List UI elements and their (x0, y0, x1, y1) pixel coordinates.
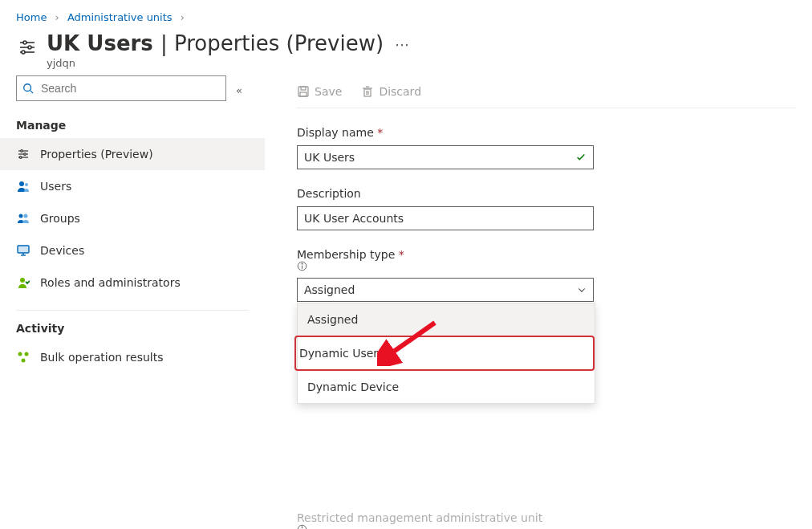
search-input[interactable] (39, 81, 225, 96)
nav-list-manage: Properties (Preview) Users Groups Device… (0, 138, 265, 299)
save-button[interactable]: Save (297, 85, 342, 98)
admin-icon (16, 275, 30, 290)
membership-option-dynamic-user[interactable]: Dynamic User (294, 336, 595, 371)
description-label: Description (297, 187, 796, 200)
trash-icon (361, 85, 374, 98)
monitor-icon (16, 243, 30, 258)
membership-type-label: Membership type * (297, 248, 796, 271)
nav-roles[interactable]: Roles and administrators (0, 267, 265, 299)
svg-point-21 (20, 278, 25, 283)
sliders-icon (16, 147, 30, 161)
nav-bulk-results[interactable]: Bulk operation results (0, 341, 265, 373)
chevron-right-icon: › (55, 11, 59, 23)
people-icon (16, 211, 30, 226)
svg-point-22 (18, 352, 22, 356)
svg-point-24 (22, 359, 26, 363)
svg-point-39 (302, 527, 302, 527)
svg-rect-27 (300, 92, 307, 96)
nav-label: Bulk operation results (40, 351, 164, 364)
chevron-down-icon (577, 285, 587, 295)
required-asterisk-icon: * (399, 248, 404, 261)
description-input[interactable]: UK User Accounts (297, 206, 594, 230)
membership-option-dynamic-device[interactable]: Dynamic Device (298, 371, 595, 403)
more-icon[interactable]: ⋯ (395, 36, 410, 53)
chevron-right-icon: › (181, 11, 185, 23)
nav-label: Properties (Preview) (40, 148, 153, 161)
required-asterisk-icon: * (377, 126, 383, 139)
svg-point-11 (24, 153, 26, 156)
membership-type-dropdown: Assigned Dynamic User Dynamic Device (297, 303, 595, 404)
description-value: UK User Accounts (304, 212, 404, 225)
user-icon (16, 179, 30, 193)
breadcrumb-home[interactable]: Home (16, 11, 47, 23)
svg-point-23 (25, 352, 29, 356)
nav-list-activity: Bulk operation results (0, 341, 265, 373)
svg-point-6 (24, 84, 31, 92)
nodes-icon (16, 350, 30, 364)
nav-section-activity: Activity (16, 310, 249, 335)
annotation-arrow-icon (377, 318, 441, 366)
page-title: UK Users | Properties (Preview) (47, 31, 384, 55)
checkmark-icon (575, 152, 587, 163)
membership-option-assigned[interactable]: Assigned (298, 303, 595, 336)
search-input-wrapper (16, 75, 226, 101)
display-name-label: Display name * (297, 126, 796, 139)
nav-label: Devices (40, 244, 84, 257)
field-membership-type: Membership type * Assigned Assigned Dyna… (297, 248, 796, 302)
breadcrumb: Home › Administrative units › (0, 0, 812, 28)
save-icon (297, 85, 310, 98)
page-header: UK Users | Properties (Preview) yjdqn ⋯ (0, 28, 812, 75)
svg-point-14 (19, 181, 24, 186)
nav-properties[interactable]: Properties (Preview) (0, 138, 265, 170)
tenant-label: yjdqn (47, 57, 384, 69)
svg-point-3 (28, 46, 31, 49)
search-icon (17, 83, 39, 94)
membership-type-select[interactable]: Assigned Assigned Dynamic User Dynamic D… (297, 278, 594, 302)
collapse-sidebar-button[interactable]: « (236, 84, 242, 96)
svg-point-13 (19, 157, 22, 159)
svg-rect-28 (364, 89, 371, 96)
svg-point-9 (21, 150, 23, 153)
nav-label: Roles and administrators (40, 276, 181, 289)
svg-rect-18 (18, 246, 29, 253)
svg-rect-26 (301, 87, 306, 90)
svg-point-5 (22, 51, 25, 54)
breadcrumb-admin-units[interactable]: Administrative units (67, 11, 173, 23)
nav-section-manage: Manage (16, 119, 249, 132)
sliders-icon (16, 36, 39, 59)
info-icon[interactable] (297, 261, 796, 271)
svg-line-36 (387, 323, 435, 356)
svg-point-17 (24, 214, 28, 218)
nav-users[interactable]: Users (0, 170, 265, 202)
restricted-mgmt-label: Restricted management administrative uni… (297, 511, 546, 529)
field-display-name: Display name * UK Users (297, 126, 796, 169)
nav-groups[interactable]: Groups (0, 202, 265, 234)
toolbar: Save Discard (297, 75, 796, 108)
display-name-input[interactable]: UK Users (297, 145, 594, 169)
nav-devices[interactable]: Devices (0, 234, 265, 267)
discard-button[interactable]: Discard (361, 85, 421, 98)
nav-label: Users (40, 180, 71, 193)
nav-label: Groups (40, 212, 80, 225)
svg-line-7 (30, 91, 34, 94)
sidebar: « Manage Properties (Preview) Users Gro (0, 75, 249, 373)
field-restricted-mgmt: Restricted management administrative uni… (297, 511, 546, 529)
svg-point-1 (23, 41, 26, 44)
membership-type-value: Assigned (304, 283, 355, 296)
display-name-value: UK Users (304, 151, 355, 164)
svg-point-16 (19, 214, 23, 218)
info-icon[interactable] (297, 524, 546, 529)
save-label: Save (315, 85, 342, 98)
field-description: Description UK User Accounts (297, 187, 796, 230)
svg-point-15 (25, 183, 28, 186)
svg-point-35 (302, 263, 302, 264)
main-content: Save Discard Display name * UK Users Des… (249, 75, 812, 302)
discard-label: Discard (379, 85, 421, 98)
